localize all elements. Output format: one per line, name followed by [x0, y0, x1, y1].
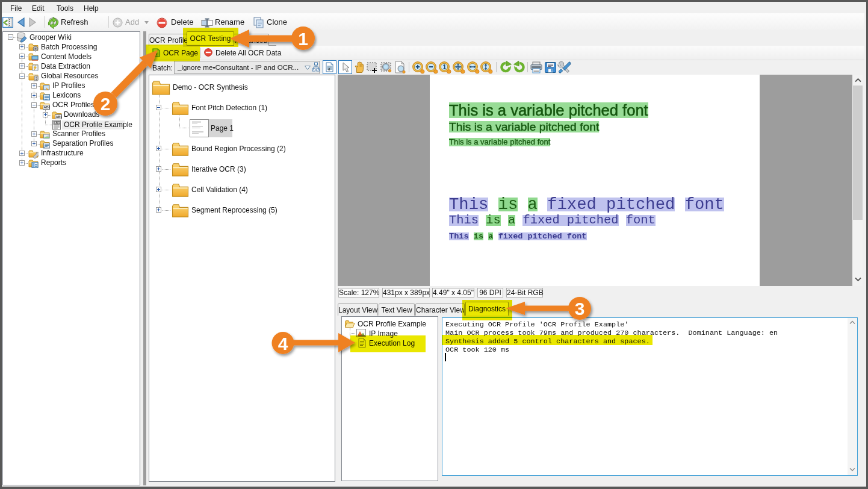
svg-text:2: 2	[101, 94, 111, 114]
svg-text:4: 4	[278, 334, 288, 354]
svg-text:3: 3	[575, 299, 585, 319]
svg-text:1: 1	[298, 29, 308, 49]
